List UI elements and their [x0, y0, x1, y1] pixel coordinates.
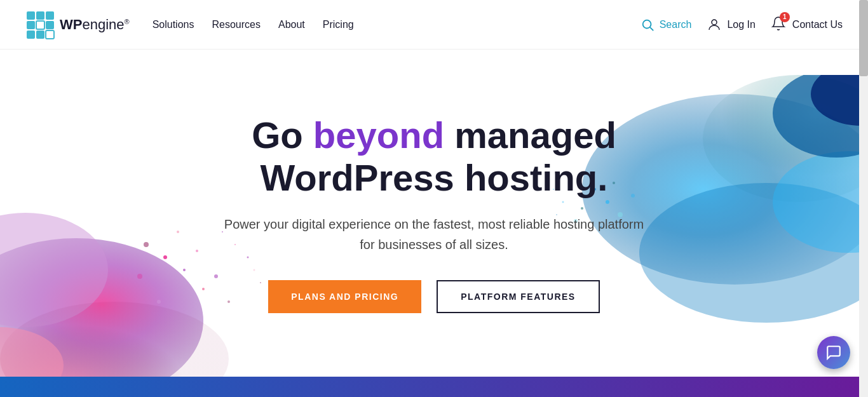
svg-point-13: [0, 238, 203, 397]
bell-wrapper: 1: [771, 16, 786, 34]
hero-section: Go beyond managed WordPress hosting. Pow…: [0, 50, 868, 397]
svg-rect-2: [36, 11, 44, 20]
svg-point-24: [177, 231, 179, 233]
hero-title: Go beyond managed WordPress hosting.: [218, 114, 650, 199]
svg-rect-6: [46, 21, 54, 29]
contact-us-button[interactable]: 1 Contact Us: [771, 16, 843, 34]
svg-rect-5: [36, 21, 44, 29]
svg-rect-7: [27, 30, 35, 39]
hero-title-pre: Go: [252, 114, 313, 156]
logo-icon: [25, 10, 55, 39]
platform-features-button[interactable]: PLATFORM FEATURES: [437, 280, 600, 313]
svg-point-22: [196, 250, 198, 252]
nav-right: Search Log In 1 Contact Us: [641, 16, 843, 34]
hero-content: Go beyond managed WordPress hosting. Pow…: [205, 114, 663, 313]
navbar: WPengine® Solutions Resources About Pric…: [0, 0, 868, 50]
search-button[interactable]: Search: [641, 18, 692, 32]
hero-buttons: PLANS AND PRICING PLATFORM FEATURES: [218, 280, 650, 313]
svg-point-19: [144, 242, 149, 247]
svg-point-20: [202, 288, 205, 290]
notification-badge: 1: [780, 12, 790, 22]
svg-point-33: [703, 75, 868, 202]
logo-text: WPengine®: [60, 17, 130, 33]
svg-point-12: [712, 20, 717, 25]
hero-title-accent: beyond: [313, 114, 444, 156]
logo[interactable]: WPengine®: [25, 10, 130, 39]
chat-icon: [825, 344, 842, 361]
user-icon: [707, 17, 722, 32]
svg-rect-3: [46, 11, 54, 20]
login-label: Log In: [727, 19, 755, 30]
search-icon: [641, 18, 654, 32]
nav-item-solutions[interactable]: Solutions: [153, 19, 194, 30]
svg-rect-1: [27, 11, 35, 20]
nav-left: WPengine® Solutions Resources About Pric…: [25, 10, 354, 39]
svg-point-21: [157, 300, 161, 304]
svg-rect-4: [27, 21, 35, 29]
svg-point-26: [137, 274, 142, 279]
svg-point-18: [183, 269, 186, 271]
svg-point-36: [773, 75, 868, 158]
hero-subtitle: Power your digital experience on the fas…: [218, 214, 650, 255]
svg-point-14: [0, 213, 108, 327]
scrollbar-thumb[interactable]: [859, 0, 868, 76]
nav-item-about[interactable]: About: [278, 19, 305, 30]
contact-label: Contact Us: [792, 19, 843, 30]
nav-links: Solutions Resources About Pricing: [153, 19, 354, 30]
svg-rect-8: [36, 30, 44, 39]
svg-point-34: [639, 183, 868, 323]
svg-point-10: [642, 20, 651, 28]
chat-bubble-button[interactable]: [817, 336, 850, 369]
svg-rect-9: [46, 30, 54, 39]
nav-item-pricing[interactable]: Pricing: [323, 19, 354, 30]
svg-point-35: [773, 151, 868, 253]
login-button[interactable]: Log In: [707, 17, 755, 32]
svg-point-17: [163, 255, 167, 259]
bottom-gradient-bar: [0, 377, 868, 397]
svg-line-11: [650, 27, 653, 30]
scrollbar[interactable]: [859, 0, 868, 397]
plans-pricing-button[interactable]: PLANS AND PRICING: [268, 280, 421, 313]
search-label: Search: [660, 19, 692, 30]
nav-item-resources[interactable]: Resources: [212, 19, 260, 30]
